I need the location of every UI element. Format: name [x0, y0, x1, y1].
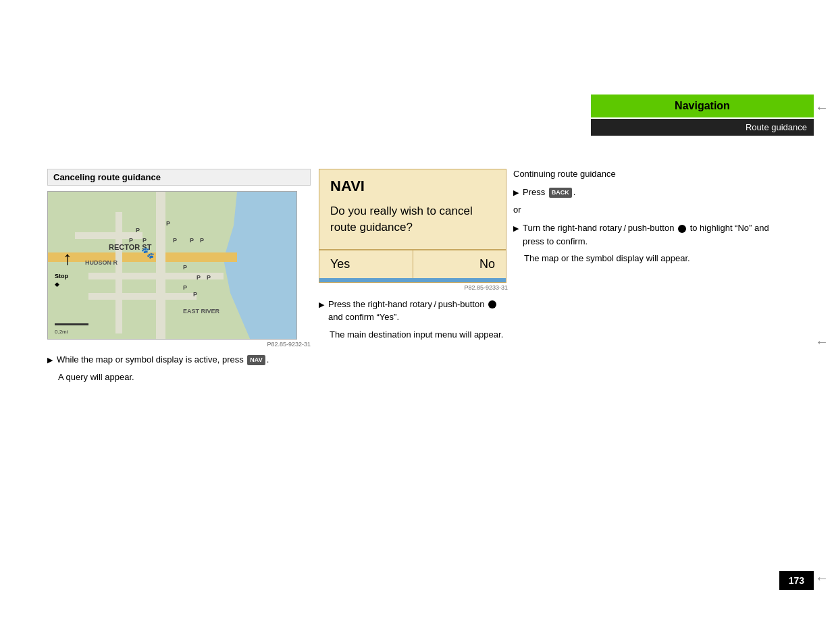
right-sub-text: The map or the symbol display will appea… — [524, 252, 783, 265]
svg-rect-27 — [55, 323, 88, 325]
page-number: 173 — [779, 571, 814, 590]
svg-text:Stop: Stop — [55, 273, 68, 279]
left-section: Canceling route guidance RECTOR ST HUDSO… — [47, 169, 311, 383]
header-area: Navigation Route guidance — [591, 95, 834, 136]
svg-text:P: P — [166, 220, 170, 227]
navi-question: Do you really wish to cancel route guida… — [319, 200, 506, 249]
middle-bullet-1-text: Press the right-hand rotary / push-butto… — [328, 298, 508, 324]
left-sub-text: A query will appear. — [58, 371, 311, 384]
bullet-arrow-2: ▶ — [319, 299, 324, 311]
svg-text:P: P — [193, 291, 197, 298]
map-image: RECTOR ST HUDSON R EAST RIVER P P P P P … — [47, 191, 297, 340]
svg-text:P: P — [142, 237, 147, 244]
svg-text:HUDSON R: HUDSON R — [85, 259, 118, 266]
map-svg: RECTOR ST HUDSON R EAST RIVER P P P P P … — [48, 192, 297, 340]
nav-badge: NAV — [247, 355, 265, 366]
right-intro: Continuing route guidance — [513, 169, 783, 179]
middle-bullet-1: ▶ Press the right-hand rotary / push-but… — [319, 298, 508, 324]
svg-text:P: P — [200, 237, 204, 244]
svg-text:0.2mi: 0.2mi — [55, 329, 68, 335]
bullet-arrow-4: ▶ — [513, 223, 519, 234]
svg-text:P: P — [183, 284, 187, 291]
navigation-bar: Navigation — [591, 95, 814, 117]
middle-section: NAVI Do you really wish to cancel route … — [319, 169, 508, 341]
right-bullet-1: ▶ Press BACK. — [513, 186, 783, 199]
svg-text:P: P — [207, 274, 211, 281]
right-section: Continuing route guidance ▶ Press BACK. … — [513, 169, 783, 265]
svg-rect-5 — [88, 273, 224, 279]
tab-arrow-top: ← — [815, 100, 829, 115]
navi-highlight-bar — [319, 278, 506, 282]
svg-rect-3 — [156, 192, 165, 340]
section-title: Canceling route guidance — [47, 169, 311, 186]
svg-text:P: P — [197, 274, 201, 281]
map-ref-left: P82.85-9232-31 — [47, 341, 311, 348]
svg-rect-6 — [88, 293, 197, 300]
navi-yes-button[interactable]: Yes — [319, 250, 413, 278]
svg-text:P: P — [136, 227, 140, 234]
navi-dialog: NAVI Do you really wish to cancel route … — [319, 169, 506, 283]
right-bullet-2: ▶ Turn the right-hand rotary / push-butt… — [513, 221, 783, 248]
tab-arrow-bot: ← — [815, 570, 829, 586]
right-bullet-1-text: Press BACK. — [523, 186, 575, 199]
navigation-title: Navigation — [675, 100, 730, 111]
middle-sub-text: The main destination input menu will app… — [330, 328, 508, 342]
route-guidance-bar: Route guidance — [591, 119, 814, 136]
svg-text:◆: ◆ — [55, 281, 59, 288]
navi-title: NAVI — [319, 169, 506, 200]
svg-text:P: P — [173, 237, 177, 244]
rotary-icon-2 — [678, 225, 686, 233]
tab-arrow-mid: ← — [815, 334, 829, 350]
navi-buttons: Yes No — [319, 249, 506, 278]
svg-text:EAST RIVER: EAST RIVER — [183, 308, 220, 315]
svg-text:P: P — [183, 264, 187, 271]
svg-text:P: P — [190, 237, 194, 244]
navi-no-button[interactable]: No — [413, 250, 506, 278]
bullet-arrow-3: ▶ — [513, 187, 519, 198]
right-or-text: or — [513, 203, 783, 217]
rotary-icon-1 — [488, 300, 496, 308]
route-guidance-label: Route guidance — [746, 122, 807, 132]
svg-text:🐾: 🐾 — [141, 246, 155, 259]
bullet-arrow-1: ▶ — [47, 354, 53, 366]
left-bullet-1: ▶ While the map or symbol display is act… — [47, 353, 311, 367]
svg-text:↑: ↑ — [63, 248, 72, 269]
left-bullet-1-text: While the map or symbol display is activ… — [57, 353, 269, 367]
svg-text:P: P — [129, 237, 133, 244]
back-badge: BACK — [549, 188, 572, 198]
right-bullet-2-text: Turn the right-hand rotary / push-button… — [523, 221, 783, 248]
map-ref-middle: P82.85-9233-31 — [319, 284, 508, 291]
